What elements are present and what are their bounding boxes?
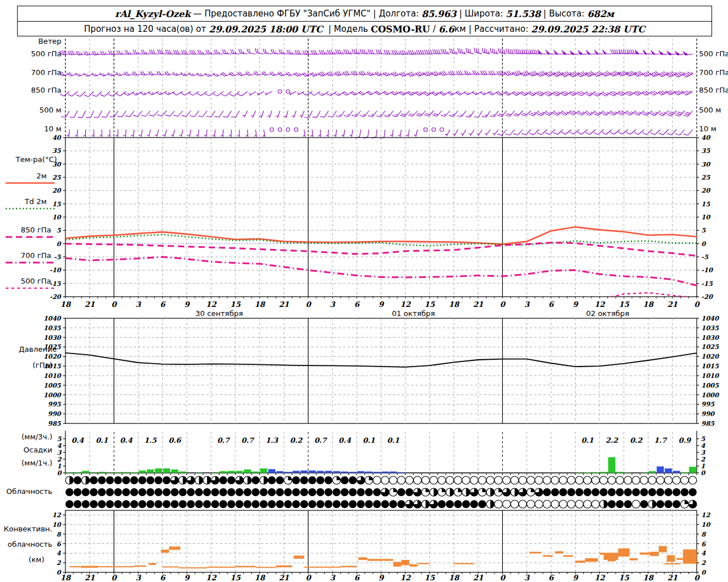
svg-text:2.2: 2.2 [606, 436, 619, 444]
svg-text:0.1: 0.1 [581, 436, 594, 444]
svg-text:21: 21 [667, 300, 677, 309]
svg-text:3: 3 [330, 573, 336, 582]
svg-text:30: 30 [701, 161, 711, 168]
svg-text:12: 12 [594, 573, 605, 582]
svg-text:12: 12 [701, 512, 711, 519]
svg-text:6: 6 [354, 300, 361, 309]
svg-text:985: 985 [48, 420, 61, 427]
svg-text:1035: 1035 [43, 325, 61, 332]
svg-text:0: 0 [694, 300, 700, 309]
svg-text:-10: -10 [49, 267, 61, 274]
svg-text:35: 35 [701, 147, 711, 155]
svg-text:0.1: 0.1 [363, 436, 375, 444]
svg-text:3: 3 [524, 300, 530, 309]
svg-text:1030: 1030 [701, 334, 719, 342]
svg-text:0: 0 [111, 300, 118, 309]
svg-text:1030: 1030 [43, 334, 61, 342]
svg-text:18: 18 [254, 573, 266, 582]
svg-text:6: 6 [160, 573, 166, 582]
svg-text:0.7: 0.7 [314, 436, 327, 444]
svg-text:1000: 1000 [43, 392, 61, 399]
svg-text:0: 0 [701, 569, 706, 576]
svg-text:0: 0 [500, 573, 506, 582]
svg-text:12: 12 [400, 573, 411, 582]
svg-text:15: 15 [619, 573, 630, 582]
svg-text:18: 18 [643, 300, 655, 309]
svg-text:0: 0 [701, 240, 706, 248]
svg-text:0.9: 0.9 [679, 436, 692, 444]
svg-text:02 октября: 02 октября [586, 309, 629, 318]
svg-text:1005: 1005 [43, 382, 61, 389]
svg-text:12: 12 [400, 300, 411, 309]
svg-text:40: 40 [701, 134, 711, 142]
svg-text:995: 995 [48, 401, 61, 408]
svg-text:3: 3 [136, 300, 142, 309]
svg-text:1025: 1025 [701, 343, 719, 351]
svg-text:15: 15 [52, 201, 62, 208]
svg-text:21: 21 [85, 573, 95, 582]
svg-text:0.2: 0.2 [630, 436, 643, 444]
svg-text:21: 21 [667, 573, 677, 582]
svg-text:1015: 1015 [701, 363, 719, 370]
svg-text:1000: 1000 [701, 392, 719, 399]
svg-text:990: 990 [701, 410, 715, 418]
svg-text:0.7: 0.7 [217, 436, 230, 444]
svg-text:12: 12 [206, 300, 217, 309]
svg-text:1035: 1035 [701, 325, 719, 332]
svg-text:-5: -5 [54, 253, 62, 261]
svg-text:0.2: 0.2 [290, 436, 303, 444]
svg-text:20: 20 [52, 187, 62, 194]
svg-text:3: 3 [136, 573, 142, 582]
svg-text:0.7: 0.7 [241, 436, 254, 444]
meteogram-page: rAl_Kyzyl-Ozek — Предоставлено ФГБУ "Зап… [0, 0, 728, 582]
svg-text:18: 18 [254, 300, 266, 309]
svg-text:0.4: 0.4 [71, 436, 84, 444]
svg-text:9: 9 [184, 300, 191, 309]
svg-text:21: 21 [473, 300, 483, 309]
svg-text:8: 8 [701, 531, 706, 538]
svg-text:2: 2 [701, 559, 706, 567]
svg-text:-15: -15 [49, 280, 61, 288]
svg-text:0: 0 [56, 240, 61, 248]
svg-text:-20: -20 [701, 293, 713, 301]
svg-text:5: 5 [56, 227, 61, 234]
svg-text:9: 9 [573, 573, 579, 582]
svg-text:1.5: 1.5 [144, 436, 158, 444]
svg-text:-10: -10 [701, 267, 713, 274]
svg-text:0: 0 [500, 300, 506, 309]
svg-text:0: 0 [111, 573, 118, 582]
svg-text:1.7: 1.7 [654, 436, 667, 444]
svg-text:21: 21 [85, 300, 95, 309]
svg-text:-15: -15 [701, 280, 713, 288]
svg-text:9: 9 [573, 300, 579, 309]
svg-text:15: 15 [424, 573, 435, 582]
svg-text:10: 10 [701, 521, 711, 529]
svg-text:9: 9 [378, 573, 384, 582]
svg-text:3: 3 [524, 573, 530, 582]
svg-text:1.3: 1.3 [266, 436, 279, 444]
svg-text:1015: 1015 [43, 363, 61, 370]
svg-text:0: 0 [305, 573, 312, 582]
svg-text:15: 15 [424, 300, 435, 309]
svg-text:5: 5 [701, 227, 706, 234]
svg-text:6: 6 [354, 573, 361, 582]
svg-text:35: 35 [52, 147, 62, 155]
svg-text:25: 25 [52, 174, 62, 181]
svg-text:21: 21 [473, 573, 483, 582]
svg-text:1010: 1010 [701, 372, 719, 380]
meteogram-chart: 40403535303025252020151510105500-5-5-10-… [0, 0, 728, 582]
svg-text:-5: -5 [701, 253, 709, 261]
svg-text:0.6: 0.6 [168, 436, 181, 444]
svg-text:15: 15 [230, 573, 241, 582]
svg-text:2: 2 [56, 559, 61, 567]
svg-text:18: 18 [449, 300, 460, 309]
svg-text:21: 21 [279, 573, 289, 582]
svg-text:01 октября: 01 октября [392, 309, 435, 318]
svg-text:18: 18 [60, 573, 72, 582]
svg-text:6: 6 [56, 541, 61, 548]
svg-text:0.4: 0.4 [120, 436, 133, 444]
svg-text:9: 9 [184, 573, 191, 582]
svg-text:0: 0 [701, 469, 706, 477]
svg-text:0.4: 0.4 [338, 436, 351, 444]
svg-text:15: 15 [619, 300, 630, 309]
